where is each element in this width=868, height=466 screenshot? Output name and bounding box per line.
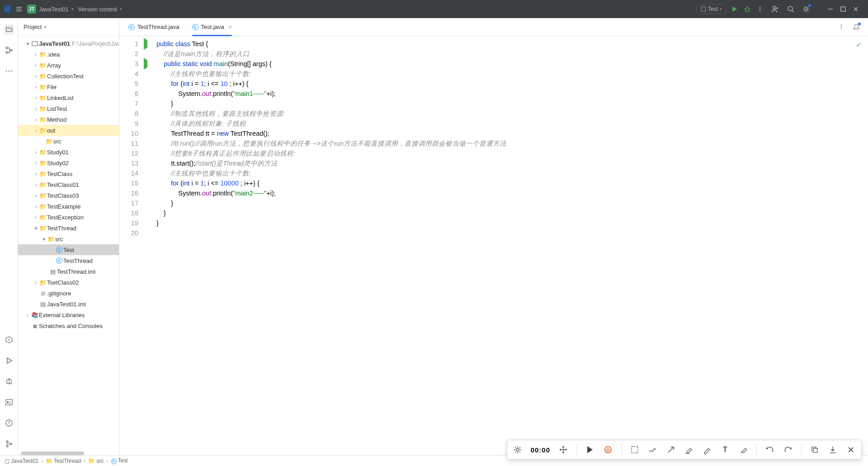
svg-point-13 xyxy=(8,71,9,72)
tree-item[interactable]: ›📁Study02 xyxy=(18,157,119,168)
run-button[interactable] xyxy=(731,5,739,13)
tree-item[interactable]: ›📁Study01 xyxy=(18,147,119,157)
rec-text-icon[interactable]: T xyxy=(720,445,730,455)
rec-arrow-icon[interactable] xyxy=(666,445,676,455)
rec-copy-icon[interactable] xyxy=(810,445,820,455)
settings-icon[interactable] xyxy=(802,5,810,13)
rec-region-icon[interactable] xyxy=(630,445,640,455)
class-icon: C xyxy=(128,24,135,30)
svg-point-14 xyxy=(11,71,12,72)
tree-item-testthread[interactable]: ▾📁TestThread xyxy=(18,223,119,233)
problems-tool-icon[interactable] xyxy=(4,418,14,428)
project-tool-icon[interactable] xyxy=(4,24,14,34)
rec-pencil-icon[interactable] xyxy=(702,445,712,455)
close-tab-icon[interactable]: × xyxy=(229,24,232,30)
sidebar-header[interactable]: Project ▾ xyxy=(18,18,119,36)
rec-download-icon[interactable] xyxy=(828,445,838,455)
tree-item[interactable]: ›📁TestException xyxy=(18,212,119,223)
tree-scratches[interactable]: ≣Scratches and Consoles xyxy=(18,320,119,331)
svg-point-3 xyxy=(760,9,760,10)
rec-pause-button[interactable] xyxy=(603,445,613,455)
more-tool-icon[interactable] xyxy=(4,66,14,76)
tab-testthread[interactable]: CTestThread.java xyxy=(124,18,184,36)
tree-item[interactable]: ›📁Array xyxy=(18,60,119,71)
tab-more-icon[interactable] xyxy=(838,24,844,31)
tree-item[interactable]: ›📁Method xyxy=(18,114,119,125)
vcs-selector[interactable]: Version control ▾ xyxy=(78,6,122,13)
rec-close-icon[interactable] xyxy=(846,445,856,455)
tree-item-src[interactable]: ▾📁src xyxy=(18,233,119,244)
services-tool-icon[interactable] xyxy=(4,335,14,345)
tree-item[interactable]: ›📁ListTest xyxy=(18,103,119,114)
vcs-tool-icon[interactable] xyxy=(4,439,14,449)
screen-recorder-toolbar[interactable]: 00:00 T xyxy=(507,440,862,460)
breadcrumb-item[interactable]: ▢ JavaTest01 xyxy=(5,458,38,464)
run-gutter-icon[interactable] xyxy=(144,58,147,70)
tree-item[interactable]: ›📁TestClass01 xyxy=(18,179,119,190)
code-editor[interactable]: ✓ 1234567891011121314151617181920 public… xyxy=(119,36,868,455)
move-icon[interactable] xyxy=(558,445,568,455)
run-tool-icon[interactable] xyxy=(4,356,14,366)
tree-item[interactable]: ›📁File xyxy=(18,81,119,92)
editor-tabs: CTestThread.java CTest.java× xyxy=(119,18,868,36)
project-selector[interactable]: JT JavaTest01 ▾ xyxy=(27,5,74,14)
tree-item[interactable]: 📁src xyxy=(18,136,119,147)
svg-point-22 xyxy=(10,443,12,445)
project-sidebar: Project ▾ ▾JavaTest01 F:\JavaPorject\Jav… xyxy=(18,18,119,455)
structure-tool-icon[interactable] xyxy=(4,45,14,55)
maximize-button[interactable] xyxy=(839,5,847,13)
more-actions-icon[interactable] xyxy=(756,5,764,13)
search-icon[interactable] xyxy=(787,5,795,13)
notifications-icon[interactable] xyxy=(853,24,860,31)
breadcrumb-item[interactable]: C Test xyxy=(111,457,128,464)
tree-item-out[interactable]: ›📁out xyxy=(18,125,119,136)
sidebar-scrollbar[interactable] xyxy=(21,452,111,455)
run-gutter-icon[interactable] xyxy=(144,38,147,50)
project-avatar: JT xyxy=(27,5,36,14)
tree-item-proj-iml[interactable]: ▤JavaTest01.iml xyxy=(18,299,119,309)
tree-item[interactable]: ›📁CollectionTest xyxy=(18,71,119,81)
breadcrumb-item[interactable]: 📁 TestThread xyxy=(46,458,81,464)
project-tree[interactable]: ▾JavaTest01 F:\JavaPorject\JavaTes ›📁.id… xyxy=(18,36,119,455)
code-content[interactable]: public class Test { //这是main方法，程序的入口 pub… xyxy=(152,36,506,455)
tree-item[interactable]: ›📁TestExample xyxy=(18,201,119,212)
build-tool-icon[interactable] xyxy=(4,376,14,386)
svg-point-5 xyxy=(773,6,776,9)
minimize-button[interactable] xyxy=(826,5,835,13)
tab-test[interactable]: CTest.java× xyxy=(188,18,236,36)
tree-item-testthread-class[interactable]: CTestThread xyxy=(18,255,119,266)
tree-item-iml[interactable]: ▤TestThread.iml xyxy=(18,266,119,277)
tree-external-libs[interactable]: ›📚External Libraries xyxy=(18,309,119,320)
terminal-tool-icon[interactable] xyxy=(4,397,14,407)
breadcrumb-item[interactable]: 📁 src xyxy=(88,458,104,464)
hamburger-icon[interactable] xyxy=(15,5,23,13)
rec-highlight-icon[interactable] xyxy=(684,445,694,455)
run-config-selector[interactable]: Test ▾ xyxy=(697,4,726,14)
inspection-ok-icon[interactable]: ✓ xyxy=(856,40,862,50)
editor-area: CTestThread.java CTest.java× ✓ 123456789… xyxy=(119,18,868,455)
left-tool-rail xyxy=(0,18,18,455)
svg-point-6 xyxy=(788,6,793,11)
rec-redo-icon[interactable] xyxy=(783,445,793,455)
svg-point-27 xyxy=(516,448,519,451)
rec-play-button[interactable] xyxy=(585,445,595,455)
tree-root[interactable]: ▾JavaTest01 F:\JavaPorject\JavaTes xyxy=(18,38,119,49)
chevron-down-icon: ▾ xyxy=(120,7,122,11)
rec-settings-icon[interactable] xyxy=(513,445,523,455)
svg-point-11 xyxy=(10,49,12,51)
rec-timer: 00:00 xyxy=(531,446,550,454)
debug-button[interactable] xyxy=(743,5,751,13)
tree-item[interactable]: ›📁LinkedList xyxy=(18,92,119,103)
code-with-me-icon[interactable] xyxy=(771,5,779,13)
rec-freehand-icon[interactable] xyxy=(648,445,658,455)
rec-eraser-icon[interactable] xyxy=(738,445,748,455)
tree-item-gitignore[interactable]: ⊘.gitignore xyxy=(18,288,119,299)
tree-item[interactable]: ›📁TestClass xyxy=(18,168,119,179)
tree-item[interactable]: ›📁TsetClass02 xyxy=(18,277,119,288)
tree-item[interactable]: ›📁TestClass03 xyxy=(18,190,119,201)
close-button[interactable] xyxy=(852,5,860,13)
svg-point-12 xyxy=(5,71,7,72)
tree-item-idea[interactable]: ›📁.idea xyxy=(18,49,119,60)
rec-undo-icon[interactable] xyxy=(765,445,775,455)
tree-item-test-class[interactable]: CTest xyxy=(18,244,119,255)
